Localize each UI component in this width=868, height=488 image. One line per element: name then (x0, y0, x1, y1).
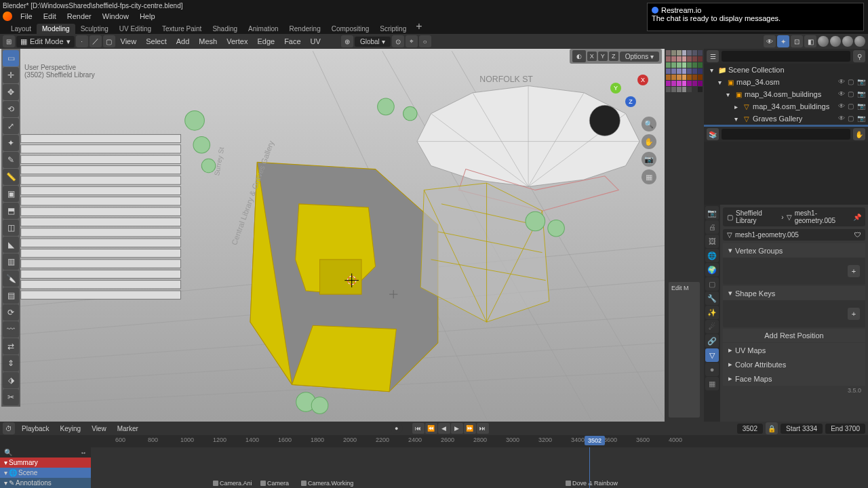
fake-user-icon[interactable]: 🛡 (854, 231, 861, 239)
jump-start-icon[interactable]: ⏮ (412, 423, 425, 434)
outliner-type-icon[interactable]: ☰ (707, 50, 719, 62)
prop-tab-texture[interactable]: ▦ (705, 377, 719, 390)
prop-tab-render[interactable]: 📷 (705, 206, 719, 220)
shear-tool[interactable]: ⬗ (3, 372, 19, 388)
shading-wireframe-icon[interactable] (818, 36, 829, 47)
lock-range-icon[interactable]: 🔒 (766, 422, 778, 434)
auto-key-icon[interactable]: ● (391, 423, 403, 434)
bc-object[interactable]: Sheffield Library (736, 209, 778, 224)
dope-annotations[interactable]: ▾✎Annotations (0, 478, 91, 488)
shading-matprev-icon[interactable] (842, 36, 853, 47)
viewport[interactable]: User Perspective (3502) Sheffield Librar… (0, 49, 665, 422)
playback-menu[interactable]: Playback (18, 425, 54, 432)
add-cube-tool[interactable]: ▣ (3, 186, 19, 202)
tree-map-buildings[interactable]: ▾▣ map_34.osm_buildings 👁▢📷 (704, 88, 868, 100)
secondary-viewport[interactable]: Edit M (665, 49, 704, 422)
tab-modeling[interactable]: Modeling (37, 24, 75, 34)
axis-y-label[interactable]: Y (598, 52, 608, 61)
tree-map-osm[interactable]: ▾▣ map_34.osm 👁▢📷 (704, 76, 868, 88)
menu-select[interactable]: Select (142, 37, 171, 45)
keying-menu[interactable]: Keying (56, 425, 85, 432)
dopesheet-channels[interactable]: 🔍↔ ▾Summary ▾🌐Scene ▾✎Annotations RulerD… (0, 447, 91, 488)
marker-menu[interactable]: Marker (113, 425, 142, 432)
prop-tab-output[interactable]: 🖨 (705, 220, 719, 234)
filter-icon[interactable]: ⚲ (853, 50, 865, 62)
color-attributes-header[interactable]: ▸Color Attributes (723, 357, 865, 371)
nav-gizmo[interactable]: X Y Z (610, 69, 651, 110)
secondary-viewport-controls[interactable]: Edit M (669, 282, 700, 418)
tab-rendering[interactable]: Rendering (284, 24, 326, 34)
marker-camera[interactable]: Camera (260, 480, 289, 487)
menu-uv-header[interactable]: UV (307, 37, 325, 45)
tree-graves[interactable]: ▾▽ Graves Gallery 👁▢📷 (704, 113, 868, 125)
tab-sculpting[interactable]: Sculpting (75, 24, 114, 34)
outliner-search-input[interactable] (722, 51, 850, 62)
add-shape-key-button[interactable]: + (848, 308, 860, 320)
prop-tab-world[interactable]: 🌍 (705, 263, 719, 277)
tree-scene-collection[interactable]: ▾📁 Scene Collection (704, 64, 868, 76)
tab-shading[interactable]: Shading (207, 24, 243, 34)
outliner-tree[interactable]: ▾📁 Scene Collection ▾▣ map_34.osm 👁▢📷 ▾▣… (704, 64, 868, 127)
perspective-icon[interactable]: ▦ (642, 169, 656, 184)
spin-tool[interactable]: ⟳ (3, 304, 19, 321)
xray-icon[interactable]: ◧ (804, 35, 816, 47)
select-mode-vertex-icon[interactable]: ⋅ (76, 35, 88, 47)
prop-tab-data[interactable]: ▽ (705, 348, 719, 362)
zoom-icon[interactable]: 🔍 (642, 117, 656, 131)
shrink-tool[interactable]: ⇕ (3, 355, 19, 371)
pan-icon[interactable]: ✋ (642, 134, 656, 149)
uv-maps-header[interactable]: ▸UV Maps (723, 343, 865, 357)
menu-help[interactable]: Help (134, 12, 161, 20)
shading-solid-icon[interactable] (830, 36, 841, 47)
dopesheet-tracks[interactable]: Camera.Ani Camera Camera.Working Dove & … (91, 447, 868, 488)
dope-scene[interactable]: ▾🌐Scene (0, 468, 91, 478)
cursor-tool[interactable]: ✛ (3, 67, 19, 83)
timeline-ruler[interactable]: 600 800 1000 1200 1400 1600 1800 2000 22… (0, 435, 868, 447)
gizmo-z-icon[interactable]: Z (625, 96, 636, 107)
select-mode-edge-icon[interactable]: ／ (90, 35, 102, 47)
dope-search-row[interactable]: 🔍↔ (0, 447, 91, 458)
tab-scripting[interactable]: Scripting (374, 24, 412, 34)
loopcut-tool[interactable]: ▥ (3, 253, 19, 270)
prop-tab-object[interactable]: ▢ (705, 277, 719, 291)
proportional-icon[interactable]: ○ (419, 35, 431, 47)
timeline-type-icon[interactable]: ⏱ (3, 422, 15, 434)
keyframe-prev-icon[interactable]: ⏪ (425, 423, 437, 434)
menu-add[interactable]: Add (172, 37, 194, 45)
tab-texture[interactable]: Texture Paint (157, 24, 207, 34)
mode-select[interactable]: ▦ Edit Mode ▾ (16, 36, 75, 47)
rip-tool[interactable]: ✂ (3, 389, 19, 405)
view-menu[interactable]: View (87, 425, 111, 432)
tab-layout[interactable]: Layout (5, 24, 37, 34)
axis-x-label[interactable]: X (587, 52, 597, 61)
menu-edge[interactable]: Edge (253, 37, 279, 45)
smooth-tool[interactable]: 〰 (3, 321, 19, 338)
tab-compositing[interactable]: Compositing (326, 24, 375, 34)
shape-keys-header[interactable]: ▾Shape Keys (723, 286, 865, 300)
extrude-tool[interactable]: ⬒ (3, 203, 19, 219)
menu-window[interactable]: Window (97, 12, 134, 20)
prop-tab-physics[interactable]: ☄ (705, 320, 719, 333)
mesh-visibility-icon[interactable]: 👁 (764, 35, 776, 47)
edge-slide-tool[interactable]: ⇄ (3, 338, 19, 354)
camera-icon[interactable]: 📷 (642, 152, 656, 167)
overlay-icon[interactable]: ⊡ (791, 35, 803, 47)
pin-icon[interactable]: 📌 (853, 214, 861, 221)
move-tool[interactable]: ✥ (3, 84, 19, 100)
current-frame[interactable]: 3502 (737, 424, 763, 434)
select-visible-icon[interactable]: ◐ (572, 50, 586, 62)
dope-summary[interactable]: ▾Summary (0, 458, 91, 468)
jump-end-icon[interactable]: ⏭ (477, 423, 489, 434)
tree-buildings2[interactable]: ▸▽ map_34.osm_buildings 👁▢📷 (704, 100, 868, 113)
menu-render[interactable]: Render (62, 12, 97, 20)
prop-tab-particle[interactable]: ✨ (705, 306, 719, 319)
start-frame[interactable]: Start 3334 (781, 424, 823, 434)
shading-render-icon[interactable] (854, 36, 865, 47)
tab-animation[interactable]: Animation (243, 24, 283, 34)
measure-tool[interactable]: 📏 (3, 169, 19, 185)
marker-camera-working[interactable]: Camera.Working (301, 480, 353, 487)
menu-mesh[interactable]: Mesh (195, 37, 221, 45)
snap-icon[interactable]: ⌖ (406, 35, 418, 47)
inset-tool[interactable]: ◫ (3, 220, 19, 236)
prop-tab-constraint[interactable]: 🔗 (705, 334, 719, 348)
